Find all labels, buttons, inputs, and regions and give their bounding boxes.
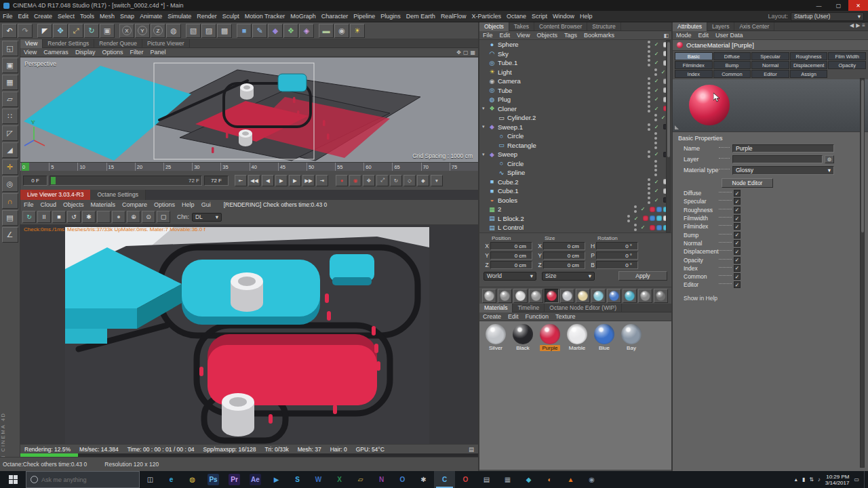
material-swatch[interactable]: Marble	[565, 324, 589, 351]
menu-item[interactable]: Dem Earth	[403, 13, 438, 20]
taskbar-app-icon[interactable]: X	[329, 471, 350, 488]
menu-item[interactable]: RealFlow	[438, 13, 469, 20]
channel-tab[interactable]: Normal	[751, 61, 789, 69]
visibility-dots[interactable]	[648, 123, 651, 131]
tree-row[interactable]: ■ Cube.1 ✓	[479, 186, 671, 196]
live-viewer-tool-icon[interactable]	[97, 211, 111, 223]
object-manager-menu-item[interactable]: Objects	[533, 32, 561, 39]
visibility-dots[interactable]	[648, 87, 651, 94]
action-center-icon[interactable]: ▭	[854, 476, 859, 483]
coordinate-space-select[interactable]: World▾	[484, 272, 536, 281]
apply-button[interactable]: Apply	[618, 271, 667, 281]
visibility-dots[interactable]	[648, 178, 651, 186]
timeline-ruler[interactable]: 051015202530354045505560657075	[20, 162, 478, 171]
attribute-tab[interactable]: Attributes	[673, 22, 707, 31]
live-viewer-tool-icon[interactable]: ▢	[157, 211, 170, 223]
toolbar-icon[interactable]: ◆	[268, 24, 283, 38]
viewport-tab[interactable]: View	[20, 39, 43, 48]
toolbar-icon[interactable]	[115, 24, 119, 38]
enable-check-icon[interactable]: ✓	[653, 197, 660, 203]
channel-tab[interactable]: Displacement	[790, 61, 828, 69]
taskbar-app-icon[interactable]: ✱	[413, 471, 434, 488]
channel-checkbox[interactable]: ✓	[734, 207, 741, 214]
taskbar-app-icon[interactable]: ▶	[266, 471, 287, 488]
live-viewer-tool-icon[interactable]: ⊙	[142, 211, 155, 223]
record-button[interactable]: ◆	[417, 175, 429, 186]
enable-check-icon[interactable]: ✓	[653, 124, 660, 130]
layout-select[interactable]: Startup (User) ▾	[791, 12, 864, 21]
live-viewer-menu-item[interactable]: Gui	[198, 201, 214, 208]
toolbar-icon[interactable]: ↻	[84, 24, 99, 38]
tool-icon[interactable]: ◱	[2, 41, 18, 56]
toolbar-icon[interactable]: ☀	[350, 24, 365, 38]
attribute-menu-item[interactable]: User Data	[712, 32, 747, 39]
live-viewer-menu-item[interactable]: Compare	[119, 201, 151, 208]
material-ball-icon[interactable]	[607, 289, 621, 303]
manager-tab[interactable]: Takes	[509, 22, 534, 31]
tray-icon[interactable]: ♪	[818, 476, 821, 483]
show-desktop-button[interactable]	[864, 471, 867, 488]
panel-corner-icon[interactable]: ◧	[663, 33, 669, 39]
live-viewer-tool-icon[interactable]: II	[37, 211, 51, 223]
channel-tab[interactable]: Specular	[751, 52, 789, 60]
transport-button[interactable]: ▶▶	[302, 175, 315, 186]
attribute-menu-item[interactable]: Edit	[695, 32, 713, 39]
channel-checkbox[interactable]: ✓	[734, 248, 741, 255]
live-viewer-tool-icon[interactable]: ■	[52, 211, 66, 223]
position-field[interactable]: 0 cm	[490, 251, 532, 260]
record-button[interactable]: ●	[336, 175, 348, 186]
start-button[interactable]	[0, 471, 26, 488]
record-button[interactable]: ✥	[363, 175, 375, 186]
visibility-dots[interactable]	[648, 187, 651, 195]
visibility-dots[interactable]	[648, 150, 651, 158]
menu-item[interactable]: MoGraph	[288, 13, 319, 20]
viewport-menu-item[interactable]: Panel	[146, 49, 169, 56]
channel-checkbox[interactable]: ✓	[734, 265, 741, 272]
menu-item[interactable]: Snap	[117, 13, 137, 20]
enable-check-icon[interactable]: ✓	[653, 60, 660, 66]
enable-check-icon[interactable]: ✓	[653, 179, 660, 185]
toolbar-icon[interactable]: ◍	[166, 24, 181, 38]
material-name[interactable]: Bay	[625, 345, 638, 351]
toolbar-icon[interactable]	[33, 24, 37, 38]
menu-item[interactable]: Motion Tracker	[242, 13, 288, 20]
taskbar-app-icon[interactable]: Pr	[224, 471, 245, 488]
cortana-search[interactable]	[26, 471, 140, 488]
manager-tab[interactable]: Structure	[587, 22, 621, 31]
taskbar-app-icon[interactable]: W	[308, 471, 329, 488]
enable-check-icon[interactable]: ✓	[639, 206, 646, 212]
material-preview-ball[interactable]	[621, 324, 642, 344]
material-name[interactable]: Marble	[567, 345, 587, 351]
layer-browser-icon[interactable]: ◍	[825, 155, 834, 163]
object-manager-menu-item[interactable]: Edit	[496, 32, 514, 39]
tree-row[interactable]: ● Sphere ✓	[479, 40, 671, 49]
position-field[interactable]: 0 cm	[490, 242, 532, 250]
toolbar-icon[interactable]: ◤	[37, 24, 52, 38]
material-swatch[interactable]: Purple	[538, 324, 562, 351]
material-swatch[interactable]: Black	[511, 324, 535, 351]
tree-row[interactable]: ▤ L Block.2 ✓	[479, 214, 671, 224]
material-menu-item[interactable]: Create	[479, 313, 505, 320]
material-manager-tab[interactable]: Octane Node Editor (WIP)	[545, 304, 622, 312]
taskbar-app-icon[interactable]: ◆	[518, 471, 539, 488]
transport-button[interactable]: ⇤	[235, 175, 247, 186]
material-tags[interactable]	[642, 216, 669, 221]
toolbar-icon[interactable]: ▣	[100, 24, 115, 38]
material-name[interactable]: Purple	[540, 345, 559, 351]
rotation-field[interactable]: 0 °	[596, 242, 638, 250]
attribute-menu-item[interactable]: Mode	[673, 32, 695, 39]
enable-check-icon[interactable]: ✓	[653, 78, 660, 84]
enable-check-icon[interactable]: ✓	[653, 96, 660, 102]
material-name[interactable]: Black	[514, 345, 532, 351]
taskbar-app-icon[interactable]: C	[434, 471, 455, 488]
preview-resize-handle[interactable]	[675, 125, 679, 129]
tree-row[interactable]: ▾ ◆ Sweep ✓	[479, 150, 671, 159]
live-viewer-menu-item[interactable]: Materials	[87, 201, 119, 208]
menu-item[interactable]: Window	[550, 13, 577, 20]
taskbar-app-icon[interactable]: ◉	[581, 471, 602, 488]
visibility-dots[interactable]	[634, 224, 637, 231]
menu-item[interactable]: Sculpt	[220, 13, 242, 20]
menu-item[interactable]: Select	[55, 13, 77, 20]
size-field[interactable]: 0 cm	[543, 261, 585, 269]
toolbar-icon[interactable]: Z	[151, 24, 165, 38]
